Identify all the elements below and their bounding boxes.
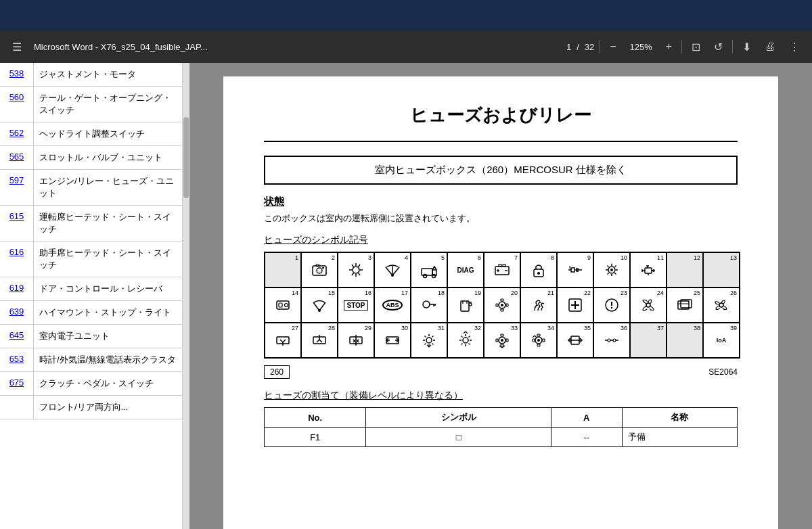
table-cell-no: F1 [265, 428, 366, 447]
fuse-cell-16: 16 STOP [338, 288, 374, 323]
left-right-icon [566, 331, 585, 350]
sidebar-item[interactable]: 639 ハイマウント・ストップ・ライト [0, 301, 182, 325]
fuse-cell-23: 23 [593, 288, 630, 323]
sidebar-scrollbar[interactable] [183, 63, 189, 529]
cell-num: 36 [621, 325, 627, 331]
sidebar-item-num[interactable]: 639 [0, 301, 34, 324]
rotate-button[interactable]: ↺ [710, 38, 727, 56]
svg-point-36 [610, 269, 613, 271]
svg-line-56 [313, 302, 319, 310]
fuse-cell-11: 11 [630, 252, 667, 288]
page-separator: / [577, 42, 579, 52]
sidebar-item-num[interactable]: 562 [0, 122, 34, 145]
cell-num: 37 [657, 325, 664, 331]
sidebar-item[interactable]: 645 室内電子ユニット [0, 325, 182, 348]
heat-seat-icon [529, 296, 548, 315]
circuit2-icon [602, 331, 621, 350]
fit-button[interactable]: ⊡ [687, 38, 704, 56]
print-icon: 🖨 [765, 41, 775, 53]
sidebar-item[interactable]: 538 ジャストメント・モータ [0, 63, 182, 87]
fuse-cell-22: 22 [557, 288, 593, 323]
sidebar-item-num[interactable]: 653 [0, 348, 34, 371]
menu-button[interactable]: ☰ [8, 38, 26, 56]
download-icon: ⬇ [742, 41, 751, 53]
zoom-in-button[interactable]: + [662, 38, 676, 55]
sidebar-item-num[interactable]: 597 [0, 170, 34, 205]
svg-line-44 [608, 273, 609, 275]
svg-rect-124 [543, 339, 545, 342]
svg-point-79 [611, 307, 612, 308]
medical-icon [566, 296, 585, 315]
sidebar-item[interactable]: 562 ヘッドライト調整スイッチ [0, 122, 182, 146]
sidebar-scrollbar-thumb[interactable] [183, 117, 189, 198]
svg-rect-122 [537, 344, 540, 346]
sidebar-item-num[interactable]: 565 [0, 146, 34, 169]
cell-num: 20 [511, 290, 518, 296]
arrow-box4-icon [383, 331, 402, 350]
sidebar-item[interactable]: 619 ドア・コントロール・レシーバ [0, 277, 182, 301]
sidebar-item-num[interactable]: 675 [0, 372, 34, 395]
svg-rect-17 [422, 269, 432, 275]
sidebar-item[interactable]: 615 運転席ヒーテッド・シート・スイッチ [0, 206, 182, 242]
fit-icon: ⊡ [692, 41, 700, 53]
sidebar-item-num[interactable]: 645 [0, 325, 34, 348]
fuse-cell-21: 21 [520, 288, 557, 323]
sidebar-item-num[interactable]: 619 [0, 277, 34, 300]
zoom-level: 125% [626, 42, 656, 52]
sidebar-item[interactable]: 616 助手席ヒーテッド・シート・スイッチ [0, 242, 182, 277]
svg-line-101 [432, 344, 434, 345]
sidebar-item-num[interactable]: 560 [0, 87, 34, 122]
fuse-cell-33: 33 [484, 323, 520, 358]
svg-point-55 [285, 304, 288, 307]
svg-line-112 [461, 344, 463, 345]
sidebar-item[interactable]: 560 テール・ゲート・オープニング・スイッチ [0, 87, 182, 122]
ioa-label: IoA [717, 337, 727, 344]
fuse-cell-12: 12 [667, 252, 703, 288]
sidebar-item-num[interactable]: 615 [0, 206, 34, 241]
fuse-cell-29: 29 [338, 323, 374, 358]
cell-num: 22 [584, 290, 591, 296]
svg-line-6 [359, 264, 361, 267]
sidebar-item-num[interactable] [0, 396, 34, 419]
sidebar-item[interactable]: 675 クラッチ・ペダル・スイッチ [0, 372, 182, 396]
sidebar-item[interactable]: 653 時計/外気温/無線電話表示クラスタ [0, 348, 182, 372]
fuse-box-number: 260 [264, 365, 290, 379]
svg-point-27 [537, 272, 540, 275]
zoom-in-icon: + [666, 41, 672, 53]
svg-rect-3 [322, 267, 324, 269]
fuse-cell-38: 38 [667, 323, 703, 358]
sidebar-container: 538 ジャストメント・モータ 560 テール・ゲート・オープニング・スイッチ … [0, 63, 189, 529]
sidebar-item-label: ヘッドライト調整スイッチ [34, 122, 182, 145]
sidebar-item-num[interactable]: 538 [0, 63, 34, 86]
top-navigation-bar [0, 0, 812, 30]
sidebar-item[interactable]: フロント/リア両方向... [0, 396, 182, 419]
print-button[interactable]: 🖨 [761, 38, 780, 55]
svg-rect-21 [499, 264, 501, 267]
fuse-cell-28: 28 [301, 323, 338, 358]
sidebar-item[interactable]: 565 スロットル・バルブ・ユニット [0, 146, 182, 170]
more-icon: ⋮ [789, 41, 800, 53]
cell-num: 23 [621, 290, 627, 296]
sidebar-item-num[interactable]: 616 [0, 242, 34, 277]
svg-line-15 [392, 267, 399, 275]
download-button[interactable]: ⬇ [738, 38, 755, 56]
sidebar-item[interactable]: 597 エンジン/リレー・ヒューズ・ユニット [0, 170, 182, 206]
svg-line-110 [469, 344, 470, 345]
sidebar-item-label: 室内電子ユニット [34, 325, 182, 348]
fuse-cell-6: 6 DIAG [447, 252, 484, 288]
more-button[interactable]: ⋮ [785, 38, 804, 56]
svg-line-12 [352, 273, 354, 276]
svg-line-13 [386, 267, 392, 275]
zoom-out-button[interactable]: − [606, 38, 620, 55]
cell-num: 33 [511, 325, 518, 331]
cell-num: 3 [368, 254, 371, 261]
box-title: 室内ヒューズボックス（260）MERCOSUR 仕様を除く [375, 164, 627, 175]
svg-line-102 [432, 336, 434, 338]
cell-num: 13 [730, 254, 737, 261]
sidebar-item-label: ハイマウント・ストップ・ライト [34, 301, 182, 324]
svg-point-19 [432, 275, 436, 278]
document-area[interactable]: ヒューズおよびリレー 室内ヒューズボックス（260）MERCOSUR 仕様を除く… [189, 63, 812, 529]
svg-line-111 [469, 336, 470, 338]
lock-icon [529, 260, 548, 279]
fuel-icon [456, 296, 475, 315]
